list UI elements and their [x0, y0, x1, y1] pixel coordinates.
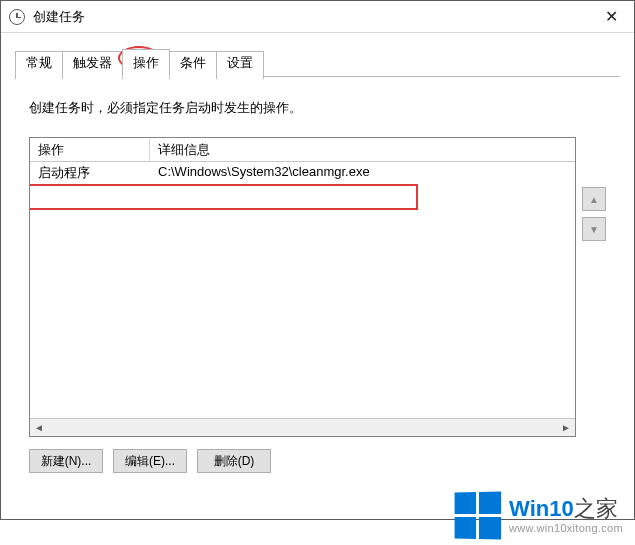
column-details[interactable]: 详细信息 — [150, 138, 575, 161]
cell-action: 启动程序 — [30, 162, 150, 184]
table-header: 操作 详细信息 — [30, 138, 575, 162]
table-row[interactable]: 启动程序 C:\Windows\System32\cleanmgr.exe — [30, 162, 575, 184]
titlebar: 创建任务 ✕ — [1, 1, 634, 33]
clock-icon — [9, 9, 25, 25]
reorder-buttons: ▲ ▼ — [582, 137, 606, 437]
new-button[interactable]: 新建(N)... — [29, 449, 103, 473]
tab-actions[interactable]: 操作 — [122, 49, 170, 77]
move-down-button[interactable]: ▼ — [582, 217, 606, 241]
brand-url: www.win10xitong.com — [509, 522, 623, 534]
triangle-down-icon: ▼ — [589, 224, 599, 235]
tab-triggers[interactable]: 触发器 — [62, 51, 123, 79]
close-button[interactable]: ✕ — [588, 1, 634, 32]
action-buttons: 新建(N)... 编辑(E)... 删除(D) — [29, 449, 606, 473]
brand-prefix: Win10 — [509, 496, 574, 521]
edit-button[interactable]: 编辑(E)... — [113, 449, 187, 473]
window-title: 创建任务 — [33, 8, 85, 26]
annotation-row-highlight — [30, 184, 418, 210]
tab-settings[interactable]: 设置 — [216, 51, 264, 79]
horizontal-scrollbar[interactable]: ◄ ► — [30, 418, 575, 436]
scroll-left-icon[interactable]: ◄ — [30, 419, 48, 436]
brand-suffix: 之家 — [574, 496, 618, 521]
create-task-dialog: 创建任务 ✕ 常规 触发器 操作 条件 设置 创建任务时，必须指定任务启动时发生… — [0, 0, 635, 520]
tab-general[interactable]: 常规 — [15, 51, 63, 79]
column-action[interactable]: 操作 — [30, 138, 150, 161]
cell-details: C:\Windows\System32\cleanmgr.exe — [150, 162, 575, 184]
windows-logo-icon — [455, 492, 502, 540]
move-up-button[interactable]: ▲ — [582, 187, 606, 211]
description-text: 创建任务时，必须指定任务启动时发生的操作。 — [29, 99, 606, 117]
tab-conditions[interactable]: 条件 — [169, 51, 217, 79]
scroll-right-icon[interactable]: ► — [557, 419, 575, 436]
tab-strip: 常规 触发器 操作 条件 设置 — [1, 33, 634, 77]
tab-content: 创建任务时，必须指定任务启动时发生的操作。 操作 详细信息 启动程序 C:\Wi… — [1, 77, 634, 519]
actions-table[interactable]: 操作 详细信息 启动程序 C:\Windows\System32\cleanmg… — [29, 137, 576, 437]
triangle-up-icon: ▲ — [589, 194, 599, 205]
delete-button[interactable]: 删除(D) — [197, 449, 271, 473]
scroll-track[interactable] — [48, 419, 557, 436]
watermark-text: Win10之家 www.win10xitong.com — [509, 497, 623, 533]
table-body: 启动程序 C:\Windows\System32\cleanmgr.exe — [30, 162, 575, 418]
watermark: Win10之家 www.win10xitong.com — [454, 492, 623, 539]
